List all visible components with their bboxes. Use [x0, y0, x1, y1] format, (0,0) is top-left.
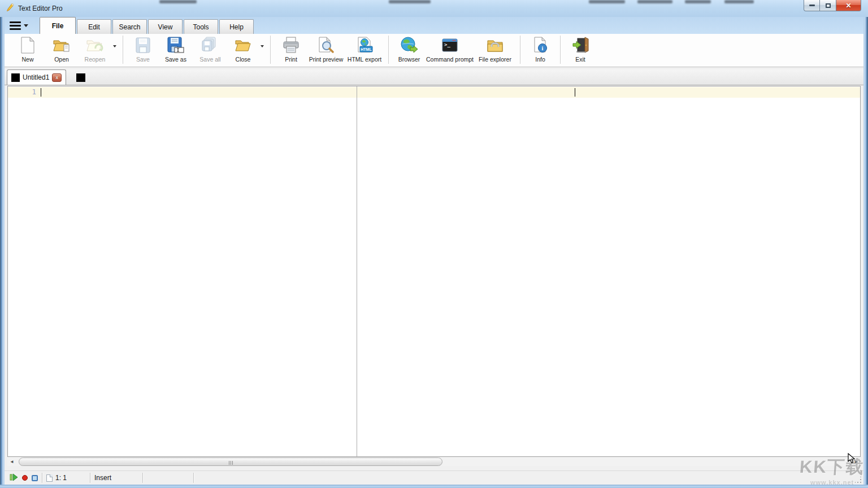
window-border-right [863, 17, 868, 488]
editor-pane-divider[interactable] [357, 86, 357, 456]
svg-text:i: i [542, 45, 544, 51]
title-bar: Text Editor Pro ✕ [0, 0, 868, 17]
reopen-dropdown[interactable] [111, 34, 119, 59]
window-border-left [0, 17, 5, 488]
text-caret [41, 88, 41, 97]
save-as-icon [166, 36, 185, 55]
new-button[interactable]: New [11, 34, 44, 63]
scrollbar-grip-icon [228, 457, 233, 467]
printer-icon [281, 36, 301, 55]
tab-view[interactable]: View [148, 19, 183, 34]
document-icon [11, 73, 20, 82]
html-export-icon: HTML [355, 36, 374, 55]
scroll-right-arrow[interactable]: ► [852, 457, 861, 466]
insert-mode-label: Insert [94, 474, 111, 482]
editor-area[interactable]: 1 [7, 86, 861, 457]
document-tab-strip: Untitled1 x [5, 69, 863, 85]
exit-button[interactable]: Exit [565, 34, 596, 63]
background-window-artifact [589, 0, 625, 3]
resize-grip[interactable] [855, 477, 862, 483]
html-export-button[interactable]: HTML HTML export [345, 34, 384, 63]
toolbar: New Open Reopen Save Save as [5, 34, 863, 67]
insert-mode-section[interactable]: Insert [90, 471, 142, 485]
caret-position: 1: 1 [55, 474, 67, 482]
toolbar-separator [388, 36, 389, 64]
exit-door-icon [571, 36, 590, 55]
close-file-button[interactable]: Close [228, 34, 258, 63]
open-button[interactable]: Open [44, 34, 79, 63]
command-prompt-button[interactable]: >_ Command prompt [426, 34, 474, 63]
tab-strip-icon[interactable] [76, 73, 85, 82]
tab-file[interactable]: File [40, 17, 76, 34]
file-explorer-button[interactable]: File explorer [474, 34, 516, 63]
window-controls: ✕ [804, 0, 861, 11]
print-preview-button[interactable]: Print preview [307, 34, 345, 63]
horizontal-scrollbar[interactable]: ◄ ► [7, 457, 861, 466]
save-all-icon [201, 36, 220, 55]
toolbar-separator [270, 36, 271, 64]
info-button[interactable]: i Info [524, 34, 556, 63]
tab-search[interactable]: Search [112, 19, 147, 34]
text-caret-secondary [575, 88, 575, 97]
scroll-left-arrow[interactable]: ◄ [7, 457, 16, 466]
tab-close-button[interactable]: x [52, 73, 62, 82]
command-prompt-icon: >_ [440, 36, 459, 55]
background-window-artifact [637, 0, 672, 3]
new-document-icon [18, 36, 37, 55]
chevron-down-icon [261, 45, 264, 47]
page-icon [46, 474, 53, 482]
macro-stop-icon[interactable] [32, 475, 38, 481]
toolbar-separator [560, 36, 561, 64]
close-button[interactable]: ✕ [836, 0, 861, 11]
maximize-icon [826, 3, 831, 8]
tab-edit[interactable]: Edit [77, 19, 111, 34]
background-window-artifact [159, 0, 197, 3]
globe-browser-icon [400, 36, 419, 55]
svg-text:>_: >_ [444, 42, 450, 47]
maximize-button[interactable] [820, 0, 836, 11]
main-menu-button[interactable] [5, 18, 33, 33]
info-icon: i [531, 36, 550, 55]
line-number: 1 [11, 88, 36, 96]
macro-record-icon[interactable] [22, 475, 28, 481]
menu-bar: File Edit Search View Tools Help [5, 17, 863, 34]
tab-help[interactable]: Help [219, 19, 254, 34]
close-dropdown[interactable] [258, 34, 266, 59]
tab-tools[interactable]: Tools [184, 19, 218, 34]
reopen-button[interactable]: Reopen [79, 34, 111, 63]
macro-controls [5, 471, 42, 485]
print-button[interactable]: Print [275, 34, 307, 63]
app-pencil-icon [6, 3, 15, 14]
file-explorer-icon [485, 36, 505, 55]
document-tab-label: Untitled1 [23, 73, 49, 81]
save-button[interactable]: Save [127, 34, 159, 63]
minimize-icon [809, 5, 815, 6]
svg-text:HTML: HTML [361, 47, 372, 51]
save-all-button[interactable]: Save all [193, 34, 228, 63]
background-window-artifact [389, 0, 431, 3]
scrollbar-thumb[interactable] [19, 457, 442, 466]
close-icon: ✕ [845, 2, 851, 10]
toolbar-separator [123, 36, 123, 64]
close-x-icon: x [55, 75, 58, 80]
save-as-button[interactable]: Save as [159, 34, 193, 63]
reopen-icon [85, 36, 105, 55]
background-window-artifact [724, 0, 754, 3]
minimize-button[interactable] [804, 0, 820, 11]
chevron-down-icon [113, 45, 116, 47]
statusbar-empty-section [143, 471, 193, 485]
browser-button[interactable]: Browser [393, 34, 426, 63]
caret-position-section: 1: 1 [42, 471, 90, 485]
window-border-bottom [0, 485, 868, 488]
document-tab-untitled1[interactable]: Untitled1 x [7, 69, 66, 85]
macro-play-icon[interactable] [10, 473, 18, 483]
background-window-artifact [685, 0, 711, 3]
print-preview-icon [316, 36, 336, 55]
active-line-highlight [8, 87, 860, 98]
statusbar-empty-section [194, 471, 863, 485]
status-bar: 1: 1 Insert [5, 470, 863, 485]
save-icon [133, 36, 153, 55]
toolbar-separator [520, 36, 520, 64]
chevron-down-icon [24, 24, 28, 27]
app-window: Text Editor Pro ✕ File Edit Search View … [0, 0, 868, 488]
